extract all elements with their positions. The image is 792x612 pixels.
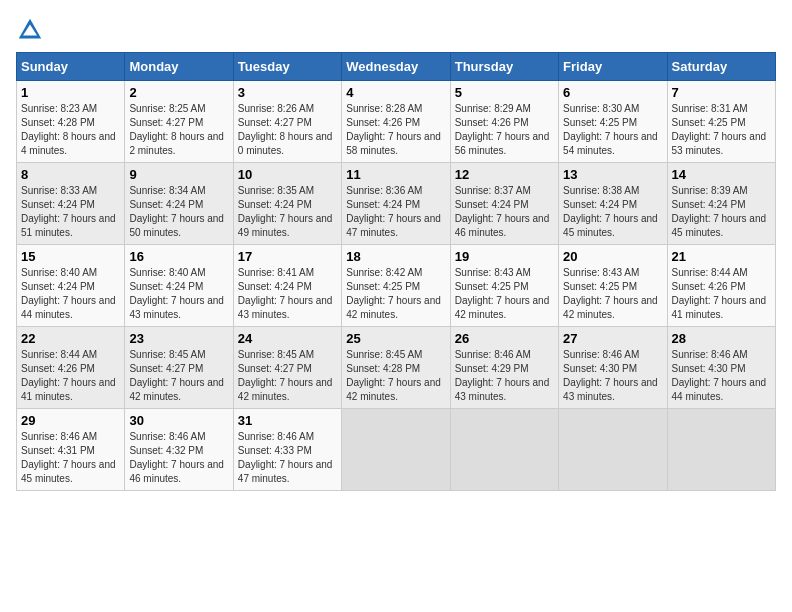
day-number: 12 xyxy=(455,167,554,182)
calendar-cell: 21 Sunrise: 8:44 AMSunset: 4:26 PMDaylig… xyxy=(667,245,775,327)
week-row-2: 8 Sunrise: 8:33 AMSunset: 4:24 PMDayligh… xyxy=(17,163,776,245)
day-number: 17 xyxy=(238,249,337,264)
day-number: 15 xyxy=(21,249,120,264)
week-row-1: 1 Sunrise: 8:23 AMSunset: 4:28 PMDayligh… xyxy=(17,81,776,163)
calendar-cell: 19 Sunrise: 8:43 AMSunset: 4:25 PMDaylig… xyxy=(450,245,558,327)
day-info: Sunrise: 8:28 AMSunset: 4:26 PMDaylight:… xyxy=(346,103,441,156)
day-info: Sunrise: 8:42 AMSunset: 4:25 PMDaylight:… xyxy=(346,267,441,320)
header-row: SundayMondayTuesdayWednesdayThursdayFrid… xyxy=(17,53,776,81)
day-info: Sunrise: 8:29 AMSunset: 4:26 PMDaylight:… xyxy=(455,103,550,156)
day-info: Sunrise: 8:41 AMSunset: 4:24 PMDaylight:… xyxy=(238,267,333,320)
day-info: Sunrise: 8:30 AMSunset: 4:25 PMDaylight:… xyxy=(563,103,658,156)
calendar-cell: 30 Sunrise: 8:46 AMSunset: 4:32 PMDaylig… xyxy=(125,409,233,491)
day-info: Sunrise: 8:40 AMSunset: 4:24 PMDaylight:… xyxy=(129,267,224,320)
calendar-cell: 15 Sunrise: 8:40 AMSunset: 4:24 PMDaylig… xyxy=(17,245,125,327)
calendar-cell: 4 Sunrise: 8:28 AMSunset: 4:26 PMDayligh… xyxy=(342,81,450,163)
day-info: Sunrise: 8:26 AMSunset: 4:27 PMDaylight:… xyxy=(238,103,333,156)
logo-icon xyxy=(16,16,44,44)
day-info: Sunrise: 8:45 AMSunset: 4:28 PMDaylight:… xyxy=(346,349,441,402)
day-info: Sunrise: 8:45 AMSunset: 4:27 PMDaylight:… xyxy=(129,349,224,402)
week-row-3: 15 Sunrise: 8:40 AMSunset: 4:24 PMDaylig… xyxy=(17,245,776,327)
day-number: 5 xyxy=(455,85,554,100)
calendar-cell xyxy=(450,409,558,491)
calendar-cell: 13 Sunrise: 8:38 AMSunset: 4:24 PMDaylig… xyxy=(559,163,667,245)
day-number: 18 xyxy=(346,249,445,264)
calendar-cell: 12 Sunrise: 8:37 AMSunset: 4:24 PMDaylig… xyxy=(450,163,558,245)
day-number: 8 xyxy=(21,167,120,182)
day-info: Sunrise: 8:25 AMSunset: 4:27 PMDaylight:… xyxy=(129,103,224,156)
day-number: 3 xyxy=(238,85,337,100)
day-number: 25 xyxy=(346,331,445,346)
calendar-cell: 16 Sunrise: 8:40 AMSunset: 4:24 PMDaylig… xyxy=(125,245,233,327)
calendar-cell: 20 Sunrise: 8:43 AMSunset: 4:25 PMDaylig… xyxy=(559,245,667,327)
day-info: Sunrise: 8:36 AMSunset: 4:24 PMDaylight:… xyxy=(346,185,441,238)
week-row-5: 29 Sunrise: 8:46 AMSunset: 4:31 PMDaylig… xyxy=(17,409,776,491)
day-info: Sunrise: 8:44 AMSunset: 4:26 PMDaylight:… xyxy=(672,267,767,320)
day-info: Sunrise: 8:43 AMSunset: 4:25 PMDaylight:… xyxy=(563,267,658,320)
day-number: 29 xyxy=(21,413,120,428)
calendar-cell: 25 Sunrise: 8:45 AMSunset: 4:28 PMDaylig… xyxy=(342,327,450,409)
day-number: 13 xyxy=(563,167,662,182)
day-number: 24 xyxy=(238,331,337,346)
week-row-4: 22 Sunrise: 8:44 AMSunset: 4:26 PMDaylig… xyxy=(17,327,776,409)
header-wednesday: Wednesday xyxy=(342,53,450,81)
calendar-cell: 1 Sunrise: 8:23 AMSunset: 4:28 PMDayligh… xyxy=(17,81,125,163)
day-info: Sunrise: 8:37 AMSunset: 4:24 PMDaylight:… xyxy=(455,185,550,238)
calendar-cell: 11 Sunrise: 8:36 AMSunset: 4:24 PMDaylig… xyxy=(342,163,450,245)
page-header xyxy=(16,16,776,44)
calendar-table: SundayMondayTuesdayWednesdayThursdayFrid… xyxy=(16,52,776,491)
calendar-cell: 9 Sunrise: 8:34 AMSunset: 4:24 PMDayligh… xyxy=(125,163,233,245)
day-info: Sunrise: 8:31 AMSunset: 4:25 PMDaylight:… xyxy=(672,103,767,156)
calendar-cell: 7 Sunrise: 8:31 AMSunset: 4:25 PMDayligh… xyxy=(667,81,775,163)
calendar-cell xyxy=(342,409,450,491)
logo xyxy=(16,16,48,44)
calendar-cell: 29 Sunrise: 8:46 AMSunset: 4:31 PMDaylig… xyxy=(17,409,125,491)
calendar-cell: 24 Sunrise: 8:45 AMSunset: 4:27 PMDaylig… xyxy=(233,327,341,409)
day-number: 26 xyxy=(455,331,554,346)
day-number: 20 xyxy=(563,249,662,264)
day-info: Sunrise: 8:45 AMSunset: 4:27 PMDaylight:… xyxy=(238,349,333,402)
header-sunday: Sunday xyxy=(17,53,125,81)
calendar-cell: 17 Sunrise: 8:41 AMSunset: 4:24 PMDaylig… xyxy=(233,245,341,327)
day-number: 11 xyxy=(346,167,445,182)
calendar-cell: 23 Sunrise: 8:45 AMSunset: 4:27 PMDaylig… xyxy=(125,327,233,409)
day-info: Sunrise: 8:44 AMSunset: 4:26 PMDaylight:… xyxy=(21,349,116,402)
calendar-cell: 2 Sunrise: 8:25 AMSunset: 4:27 PMDayligh… xyxy=(125,81,233,163)
day-info: Sunrise: 8:46 AMSunset: 4:33 PMDaylight:… xyxy=(238,431,333,484)
calendar-cell: 26 Sunrise: 8:46 AMSunset: 4:29 PMDaylig… xyxy=(450,327,558,409)
day-info: Sunrise: 8:40 AMSunset: 4:24 PMDaylight:… xyxy=(21,267,116,320)
day-number: 31 xyxy=(238,413,337,428)
day-info: Sunrise: 8:46 AMSunset: 4:32 PMDaylight:… xyxy=(129,431,224,484)
header-friday: Friday xyxy=(559,53,667,81)
day-number: 2 xyxy=(129,85,228,100)
day-info: Sunrise: 8:23 AMSunset: 4:28 PMDaylight:… xyxy=(21,103,116,156)
calendar-cell: 3 Sunrise: 8:26 AMSunset: 4:27 PMDayligh… xyxy=(233,81,341,163)
calendar-cell: 14 Sunrise: 8:39 AMSunset: 4:24 PMDaylig… xyxy=(667,163,775,245)
header-tuesday: Tuesday xyxy=(233,53,341,81)
day-info: Sunrise: 8:38 AMSunset: 4:24 PMDaylight:… xyxy=(563,185,658,238)
day-info: Sunrise: 8:46 AMSunset: 4:30 PMDaylight:… xyxy=(672,349,767,402)
calendar-cell: 10 Sunrise: 8:35 AMSunset: 4:24 PMDaylig… xyxy=(233,163,341,245)
day-number: 19 xyxy=(455,249,554,264)
day-number: 7 xyxy=(672,85,771,100)
day-number: 21 xyxy=(672,249,771,264)
day-info: Sunrise: 8:35 AMSunset: 4:24 PMDaylight:… xyxy=(238,185,333,238)
day-number: 14 xyxy=(672,167,771,182)
day-info: Sunrise: 8:46 AMSunset: 4:29 PMDaylight:… xyxy=(455,349,550,402)
calendar-cell: 18 Sunrise: 8:42 AMSunset: 4:25 PMDaylig… xyxy=(342,245,450,327)
calendar-cell xyxy=(667,409,775,491)
day-number: 22 xyxy=(21,331,120,346)
calendar-cell: 27 Sunrise: 8:46 AMSunset: 4:30 PMDaylig… xyxy=(559,327,667,409)
day-number: 30 xyxy=(129,413,228,428)
day-info: Sunrise: 8:33 AMSunset: 4:24 PMDaylight:… xyxy=(21,185,116,238)
calendar-cell: 6 Sunrise: 8:30 AMSunset: 4:25 PMDayligh… xyxy=(559,81,667,163)
header-saturday: Saturday xyxy=(667,53,775,81)
day-number: 9 xyxy=(129,167,228,182)
day-number: 4 xyxy=(346,85,445,100)
day-number: 28 xyxy=(672,331,771,346)
day-number: 10 xyxy=(238,167,337,182)
day-number: 6 xyxy=(563,85,662,100)
calendar-cell: 28 Sunrise: 8:46 AMSunset: 4:30 PMDaylig… xyxy=(667,327,775,409)
calendar-cell: 31 Sunrise: 8:46 AMSunset: 4:33 PMDaylig… xyxy=(233,409,341,491)
day-info: Sunrise: 8:39 AMSunset: 4:24 PMDaylight:… xyxy=(672,185,767,238)
